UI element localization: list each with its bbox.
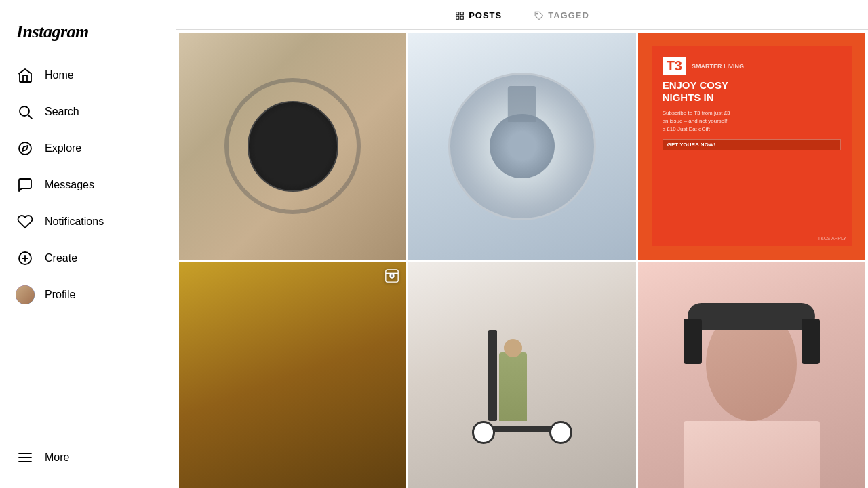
likes-stat: 2 [262, 140, 286, 153]
sidebar-item-more[interactable]: More [8, 441, 167, 474]
tab-tagged-label: Tagged [548, 10, 589, 20]
grid-item-watch[interactable]: 2 0 [179, 33, 406, 260]
svg-rect-13 [460, 16, 463, 19]
notifications-label: Notifications [45, 216, 104, 228]
tab-posts-label: Posts [469, 10, 502, 20]
profile-label: Profile [45, 289, 75, 301]
comments-count: 0 [317, 140, 323, 152]
main-content: Posts Tagged 2 [176, 0, 868, 488]
sidebar-item-messages[interactable]: Messages [8, 168, 167, 202]
sidebar-item-search[interactable]: Search [8, 95, 167, 129]
messages-label: Messages [45, 179, 94, 191]
svg-marker-3 [22, 146, 28, 151]
grid-item-speaker[interactable]: 0 0 [408, 33, 635, 260]
sidebar: Instagram Home Search Explore [0, 0, 176, 488]
home-icon [16, 66, 34, 84]
grid-item-gold[interactable]: 0 [179, 262, 406, 488]
tab-posts[interactable]: Posts [452, 1, 505, 30]
plus-circle-icon [16, 249, 34, 267]
sidebar-item-explore[interactable]: Explore [8, 131, 167, 165]
comments-stat: 0 [300, 140, 323, 153]
sidebar-item-create[interactable]: Create [8, 241, 167, 275]
sidebar-item-profile[interactable]: Profile [8, 278, 167, 312]
profile-tabs: Posts Tagged [176, 0, 868, 30]
posts-grid: 2 0 [179, 33, 865, 488]
explore-icon [16, 140, 34, 157]
create-label: Create [45, 252, 77, 264]
messages-icon [16, 176, 34, 194]
avatar-icon [16, 286, 34, 304]
grid-item-scooter[interactable]: 0 [408, 262, 635, 488]
posts-grid-container: 2 0 [176, 30, 868, 488]
heart-icon [16, 213, 34, 230]
likes-count: 2 [280, 140, 286, 152]
explore-label: Explore [45, 142, 81, 155]
svg-point-14 [536, 13, 538, 14]
svg-line-1 [28, 115, 33, 119]
home-label: Home [45, 69, 74, 81]
search-icon [16, 103, 34, 121]
instagram-logo[interactable]: Instagram [8, 14, 167, 58]
sidebar-item-notifications[interactable]: Notifications [8, 205, 167, 239]
nav-menu: Home Search Explore Messages [8, 58, 167, 441]
menu-icon [16, 449, 34, 466]
svg-rect-10 [456, 12, 459, 14]
svg-rect-11 [460, 12, 463, 14]
tab-tagged[interactable]: Tagged [532, 1, 592, 30]
grid-item-headphones[interactable]: 0 [638, 262, 865, 488]
grid-item-t3[interactable]: T3 SMARTER LIVING ENJOY COSYNIGHTS IN Su… [638, 33, 865, 260]
search-label: Search [45, 106, 79, 118]
svg-point-2 [19, 142, 31, 155]
sidebar-item-home[interactable]: Home [8, 58, 167, 92]
svg-rect-12 [456, 16, 459, 19]
more-label: More [45, 451, 69, 464]
